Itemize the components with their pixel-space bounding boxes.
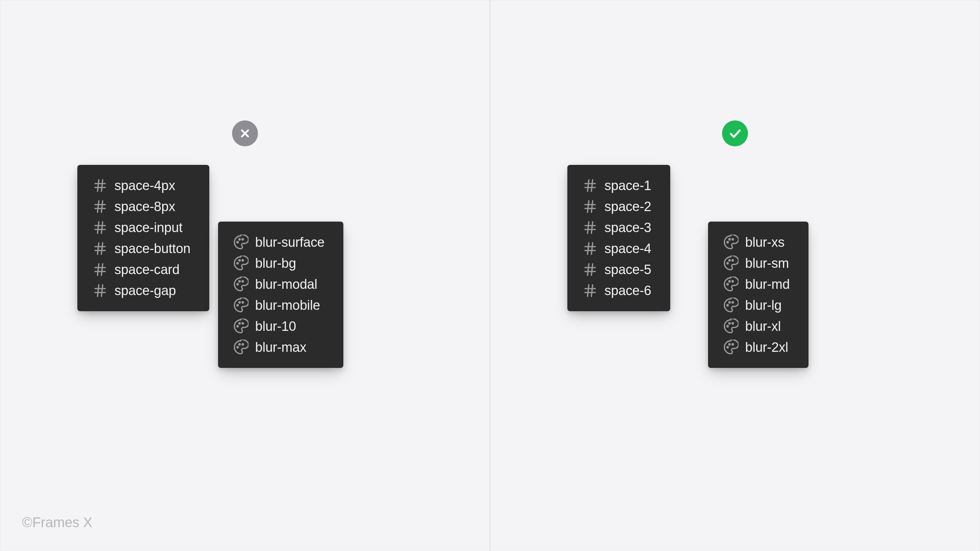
svg-point-27 bbox=[239, 239, 240, 240]
svg-point-77 bbox=[727, 304, 729, 306]
check-badge bbox=[722, 120, 748, 147]
svg-point-83 bbox=[727, 347, 729, 348]
svg-line-4 bbox=[98, 180, 99, 191]
svg-point-42 bbox=[239, 344, 240, 345]
palette-icon bbox=[233, 297, 249, 313]
svg-line-54 bbox=[588, 222, 589, 234]
svg-point-70 bbox=[732, 239, 733, 240]
list-item: space-button bbox=[92, 240, 190, 256]
hash-icon bbox=[582, 240, 598, 256]
svg-point-81 bbox=[729, 323, 730, 324]
bad-space-tokens-panel: space-4px space-8px space-input space-bu… bbox=[77, 165, 209, 311]
list-item: blur-10 bbox=[233, 318, 325, 334]
token-label: space-4 bbox=[605, 241, 651, 256]
palette-icon bbox=[233, 255, 249, 271]
palette-icon bbox=[723, 276, 739, 292]
svg-point-28 bbox=[242, 239, 243, 240]
hash-icon bbox=[582, 261, 598, 278]
hash-icon bbox=[582, 282, 598, 299]
svg-line-9 bbox=[102, 201, 103, 212]
svg-line-5 bbox=[102, 180, 103, 191]
svg-line-12 bbox=[98, 222, 99, 234]
svg-line-47 bbox=[592, 180, 593, 191]
list-item: blur-2xl bbox=[723, 339, 790, 355]
svg-line-67 bbox=[592, 285, 593, 296]
svg-point-35 bbox=[237, 304, 239, 306]
svg-point-68 bbox=[727, 242, 729, 243]
list-item: blur-sm bbox=[723, 255, 790, 271]
token-label: blur-mobile bbox=[255, 298, 320, 313]
svg-point-37 bbox=[242, 302, 243, 303]
svg-point-33 bbox=[239, 281, 240, 282]
list-item: space-gap bbox=[92, 282, 190, 299]
svg-point-69 bbox=[729, 239, 730, 240]
svg-point-71 bbox=[727, 263, 729, 264]
svg-line-46 bbox=[588, 180, 589, 191]
svg-point-72 bbox=[729, 260, 730, 261]
list-item: space-4px bbox=[92, 177, 190, 194]
bad-blur-tokens-panel: blur-surface blur-bg blur-modal blur-mob… bbox=[218, 221, 344, 368]
list-item: space-8px bbox=[92, 199, 190, 215]
svg-point-26 bbox=[237, 242, 239, 243]
svg-point-31 bbox=[242, 260, 243, 261]
token-label: blur-xs bbox=[745, 235, 785, 250]
svg-point-30 bbox=[239, 260, 240, 261]
svg-point-76 bbox=[732, 281, 733, 282]
svg-line-13 bbox=[102, 222, 103, 234]
svg-line-63 bbox=[592, 264, 593, 276]
token-label: space-4px bbox=[115, 178, 175, 193]
svg-point-82 bbox=[732, 323, 733, 324]
svg-point-29 bbox=[237, 263, 239, 264]
svg-line-17 bbox=[102, 243, 103, 255]
token-label: blur-bg bbox=[255, 256, 296, 271]
svg-line-21 bbox=[102, 264, 103, 276]
token-label: blur-md bbox=[745, 277, 790, 292]
hash-icon bbox=[92, 261, 108, 278]
token-label: space-5 bbox=[605, 262, 651, 277]
palette-icon bbox=[723, 297, 739, 313]
list-item: space-card bbox=[92, 261, 190, 278]
token-label: space-8px bbox=[115, 199, 175, 214]
hash-icon bbox=[582, 220, 598, 236]
token-label: space-2 bbox=[605, 199, 651, 214]
list-item: blur-mobile bbox=[233, 297, 325, 313]
list-item: space-2 bbox=[582, 199, 651, 215]
good-space-tokens-panel: space-1 space-2 space-3 space-4 space-5 bbox=[567, 165, 670, 311]
svg-point-34 bbox=[242, 281, 243, 282]
palette-icon bbox=[233, 339, 249, 355]
token-label: blur-sm bbox=[745, 256, 789, 271]
token-label: blur-10 bbox=[255, 319, 296, 334]
token-label: blur-max bbox=[255, 340, 306, 355]
token-label: space-input bbox=[115, 220, 182, 235]
bad-example-panel: space-4px space-8px space-input space-bu… bbox=[0, 0, 490, 551]
svg-point-41 bbox=[237, 347, 239, 348]
palette-icon bbox=[723, 255, 739, 271]
svg-point-36 bbox=[239, 302, 240, 303]
token-label: blur-lg bbox=[745, 298, 781, 313]
svg-point-32 bbox=[237, 283, 239, 285]
palette-icon bbox=[723, 318, 739, 334]
cross-badge bbox=[232, 120, 258, 147]
svg-point-74 bbox=[727, 283, 729, 285]
list-item: space-input bbox=[92, 220, 190, 236]
svg-line-16 bbox=[98, 243, 99, 255]
svg-line-50 bbox=[588, 201, 589, 212]
list-item: space-1 bbox=[582, 177, 651, 194]
svg-point-43 bbox=[242, 344, 243, 345]
svg-line-8 bbox=[98, 201, 99, 212]
svg-line-25 bbox=[102, 285, 103, 296]
list-item: space-5 bbox=[582, 261, 651, 278]
list-item: blur-lg bbox=[723, 297, 790, 313]
token-label: space-gap bbox=[115, 283, 176, 298]
hash-icon bbox=[582, 199, 598, 215]
list-item: space-3 bbox=[582, 220, 651, 236]
list-item: blur-surface bbox=[233, 234, 325, 250]
svg-line-51 bbox=[592, 201, 593, 212]
hash-icon bbox=[92, 199, 108, 215]
list-item: space-6 bbox=[582, 282, 651, 299]
token-label: space-3 bbox=[605, 220, 651, 235]
svg-line-66 bbox=[588, 285, 589, 296]
svg-point-39 bbox=[239, 323, 240, 324]
svg-point-80 bbox=[727, 326, 729, 327]
credit-text: ©Frames X bbox=[22, 514, 92, 530]
